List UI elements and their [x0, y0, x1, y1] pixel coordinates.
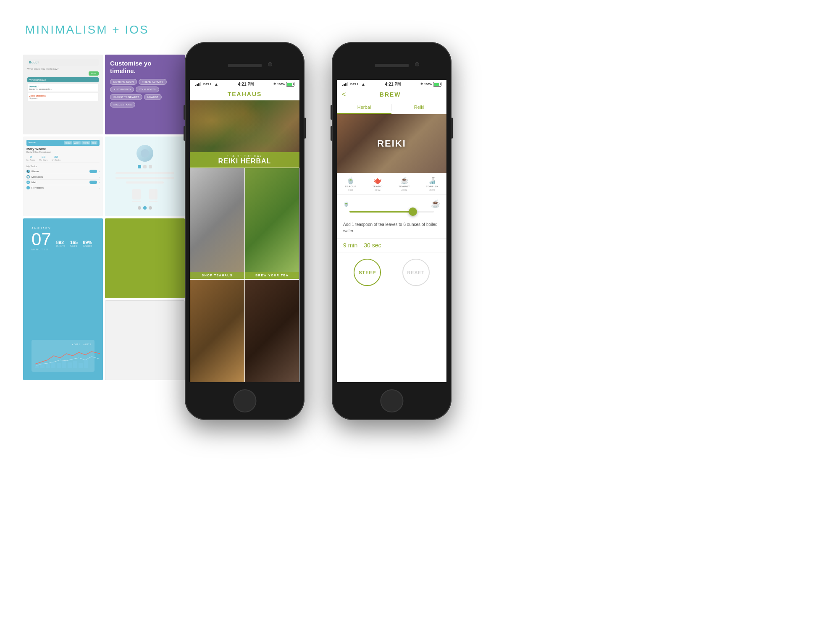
- vessel-tonfisk[interactable]: 🍶 TONFISK 36 OZ: [426, 176, 438, 191]
- chip-expiring: EXPIRING SOON: [110, 79, 137, 85]
- page-title: MINIMALISM + iOS: [25, 23, 149, 37]
- vessel-teamo[interactable]: 🫖 TEAMO 16 OZ: [373, 176, 383, 191]
- brew-app: < BREW Herbal Reiki REIKI 🍵: [337, 88, 446, 382]
- carrier-name-2: BELL: [350, 82, 359, 86]
- vessel-teacup[interactable]: 🍵 TEACUP 8 OZ: [345, 176, 357, 191]
- battery-area: ✻ 100%: [273, 82, 294, 87]
- slider-track: [349, 211, 434, 213]
- battery-fill-2: [434, 83, 439, 86]
- signal-bars: [195, 82, 201, 86]
- teapot-icon: ☕: [400, 176, 409, 184]
- screenshot-grid: Buddi What would you like to say? Post W…: [23, 55, 185, 382]
- brew-tabs: Herbal Reiki: [337, 101, 446, 114]
- grid-cell-dashboard: JANUARY 07 MINUTES 892 CLIENTS 165 SALE: [23, 218, 103, 380]
- battery-fill: [287, 83, 292, 86]
- signal-bar-2: [197, 84, 198, 86]
- iphone-teahaus: BELL ▲ 4:21 PM ✻ 100% TEAHAUS: [185, 42, 304, 420]
- shop-label: SHOP TEAHAUS: [190, 272, 244, 279]
- status-bar-1: BELL ▲ 4:21 PM ✻ 100%: [190, 80, 299, 88]
- battery-icon-2: [433, 82, 441, 87]
- teamo-icon: 🫖: [373, 176, 382, 184]
- bluetooth-icon: ✻: [273, 82, 276, 86]
- svg-rect-6: [68, 362, 72, 368]
- teahaus-grid-tearoom[interactable]: TEAROOM SERVICES: [190, 279, 245, 383]
- battery-tip: [293, 83, 294, 85]
- vessel-teapot[interactable]: ☕ TEAPOT 28 OZ: [399, 176, 410, 191]
- teahaus-hero: TEA OF THE DAY REIKI HERBAL: [190, 100, 299, 168]
- chip-your-posts: YOUR POSTS: [136, 87, 159, 92]
- brew-nav: < BREW: [337, 88, 446, 101]
- tab-reiki[interactable]: Reiki: [392, 101, 446, 114]
- teahaus-grid-shop[interactable]: SHOP TEAHAUS: [190, 168, 245, 279]
- signal-bar-2-2: [344, 84, 345, 86]
- teahaus-title: TEAHAUS: [190, 91, 299, 97]
- grid-cell-buddy: Buddi What would you like to say? Post W…: [23, 55, 103, 134]
- signal-bar-1: [195, 85, 196, 86]
- brew-tea-hero: REIKI: [337, 114, 446, 173]
- grid-cell-timeline: Customise yotimeline. EXPIRING SOON FRIE…: [105, 55, 185, 134]
- brew-label: BREW YOUR TEA: [245, 272, 299, 279]
- slider-fill: [349, 211, 413, 213]
- wifi-icon-2: ▲: [361, 82, 365, 87]
- bluetooth-icon-2: ✻: [420, 82, 423, 86]
- brew-strength-slider-area: 🍵 ☕: [337, 195, 446, 217]
- tonfisk-icon: 🍶: [428, 176, 436, 184]
- reset-button[interactable]: RESET: [402, 259, 430, 286]
- teahaus-grid: SHOP TEAHAUS BREW YOUR TEA TEAROOM SERVI…: [190, 168, 299, 382]
- svg-rect-2: [46, 364, 50, 368]
- svg-rect-8: [79, 363, 83, 368]
- brew-screen: BELL ▲ 4:21 PM ✻ 100% < BRE: [337, 80, 446, 382]
- volume-up-button-2: [331, 105, 332, 120]
- signal-bar-2-4: [347, 82, 348, 86]
- volume-down-button: [184, 126, 185, 141]
- status-time-1: 4:21 PM: [238, 82, 254, 87]
- chip-posted: JUST POSTED: [110, 87, 134, 92]
- carrier-name: BELL: [203, 82, 212, 86]
- signal-bar-2-1: [342, 85, 343, 86]
- iphone-brew: BELL ▲ 4:21 PM ✻ 100% < BRE: [332, 42, 452, 420]
- volume-up-button: [184, 105, 185, 120]
- slider-thumb[interactable]: [409, 207, 417, 216]
- hero-title: REIKI HERBAL: [194, 158, 295, 165]
- chip-friend: FRIEND ACTIVITY: [139, 79, 167, 85]
- signal-bar-2-3: [345, 83, 346, 86]
- teahaus-screen: BELL ▲ 4:21 PM ✻ 100% TEAHAUS: [190, 80, 299, 382]
- iphone-1-body: BELL ▲ 4:21 PM ✻ 100% TEAHAUS: [185, 42, 304, 420]
- chip-suggestions: SUGGESTIONS: [110, 102, 135, 108]
- brew-action-buttons: STEEP RESET: [337, 252, 446, 292]
- hero-overlay: TEA OF THE DAY REIKI HERBAL: [190, 152, 299, 168]
- teahaus-grid-account[interactable]: YOUR ACCOUNT: [245, 279, 300, 383]
- signal-area-2: BELL ▲: [342, 82, 365, 87]
- cup-small-icon: 🍵: [343, 201, 349, 207]
- svg-rect-3: [51, 362, 55, 368]
- back-button[interactable]: <: [342, 91, 346, 98]
- battery-percent-2: 100%: [424, 83, 432, 86]
- battery-percent: 100%: [277, 83, 285, 86]
- speaker-grille-2: [375, 64, 409, 67]
- svg-rect-7: [73, 361, 77, 368]
- status-time-2: 4:21 PM: [385, 82, 401, 87]
- teahaus-grid-brew[interactable]: BREW YOUR TEA: [245, 168, 300, 279]
- chip-oldest: OLDEST TO NEWEST: [110, 94, 142, 100]
- slider-icons: 🍵 ☕: [343, 199, 440, 208]
- cup-large-icon: ☕: [431, 199, 440, 208]
- home-button-2[interactable]: [380, 389, 403, 412]
- tab-herbal[interactable]: Herbal: [337, 101, 391, 114]
- signal-bar-4: [200, 82, 201, 86]
- timer-minutes: 9 min: [343, 242, 357, 249]
- signal-bars-2: [342, 82, 348, 86]
- svg-rect-9: [84, 360, 88, 368]
- battery-tip-2: [440, 83, 441, 85]
- brew-timer: 9 min 30 sec: [337, 239, 446, 252]
- grid-cell-color-olive: [105, 218, 185, 298]
- home-button-1[interactable]: [233, 389, 256, 412]
- brew-instructions: Add 1 teaspoon of tea leaves to 6 ounces…: [337, 217, 446, 239]
- svg-rect-1: [40, 363, 45, 368]
- teacup-icon: 🍵: [346, 176, 355, 184]
- brew-title: BREW: [350, 91, 430, 98]
- signal-bar-3: [198, 83, 200, 86]
- speaker-grille: [228, 64, 262, 67]
- svg-rect-0: [35, 365, 39, 368]
- teahaus-nav: TEAHAUS: [190, 88, 299, 100]
- steep-button[interactable]: STEEP: [354, 259, 381, 286]
